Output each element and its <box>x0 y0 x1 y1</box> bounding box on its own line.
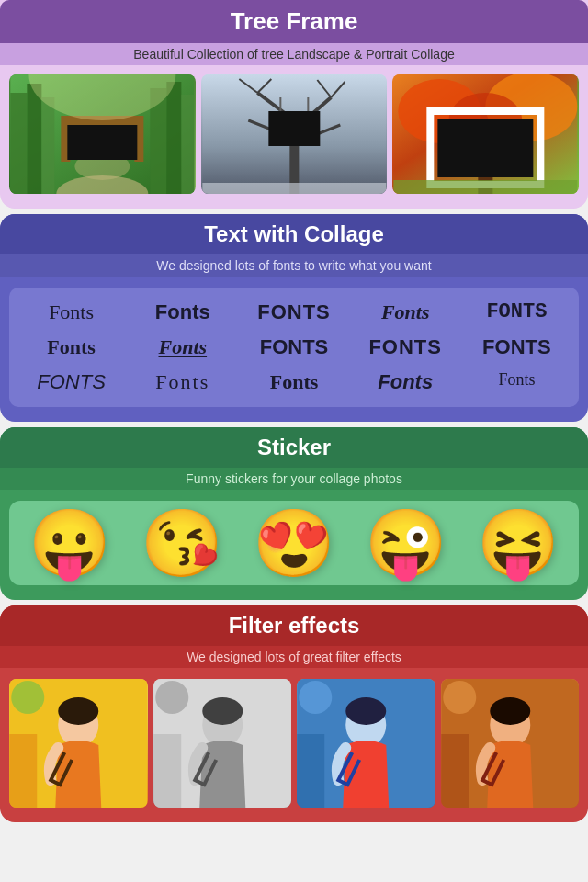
sticker-2[interactable]: 😘 <box>141 510 223 576</box>
svg-rect-26 <box>268 111 320 146</box>
svg-rect-27 <box>202 183 386 194</box>
font-sample-9[interactable]: FONTS <box>353 332 458 363</box>
svg-rect-2 <box>27 84 41 194</box>
sticker-section: Sticker Funny stickers for your collage … <box>0 427 588 600</box>
tree-frame-subtitle: Beautiful Collection of tree Landscape &… <box>0 43 588 65</box>
font-sample-3[interactable]: FONTS <box>241 297 346 328</box>
svg-point-38 <box>11 681 44 714</box>
tree-images-row <box>9 74 579 194</box>
svg-rect-37 <box>9 734 37 808</box>
font-sample-7[interactable]: Fonts <box>130 332 235 363</box>
font-sample-8[interactable]: FONTS <box>241 332 346 363</box>
filter-section: Filter effects We designed lots of great… <box>0 605 588 822</box>
sticker-subtitle: Funny stickers for your collage photos <box>0 468 588 490</box>
font-sample-12[interactable]: Fonts <box>130 367 235 398</box>
svg-point-40 <box>58 697 98 725</box>
svg-rect-34 <box>438 119 534 177</box>
svg-point-43 <box>155 681 188 714</box>
winter-tree-image[interactable] <box>201 74 388 194</box>
fonts-grid: Fonts Fonts FONTS Fonts FONTS Fonts Font… <box>9 288 579 407</box>
svg-point-50 <box>345 697 386 725</box>
tree-frame-section: Tree Frame Beautiful Collection of tree … <box>0 0 588 209</box>
font-sample-1[interactable]: Fonts <box>18 297 124 328</box>
filter-images-row <box>9 679 579 808</box>
svg-rect-1 <box>10 93 27 194</box>
svg-rect-6 <box>181 95 194 194</box>
filter-warm[interactable] <box>441 679 580 808</box>
svg-rect-5 <box>166 82 181 194</box>
font-sample-14[interactable]: Fonts <box>353 367 458 398</box>
svg-rect-52 <box>441 734 469 808</box>
filter-normal[interactable] <box>9 679 148 808</box>
svg-rect-3 <box>41 97 54 194</box>
svg-point-48 <box>299 681 332 714</box>
filter-cool[interactable] <box>297 679 435 808</box>
font-sample-15[interactable]: Fonts <box>464 367 570 398</box>
filter-grayscale[interactable] <box>153 679 292 808</box>
text-collage-subtitle: We designed lots of fonts to write what … <box>0 254 588 277</box>
filter-effects-title: Filter effects <box>0 605 588 646</box>
svg-rect-42 <box>153 734 181 808</box>
font-sample-4[interactable]: Fonts <box>353 297 458 328</box>
font-sample-6[interactable]: Fonts <box>18 332 124 363</box>
sticker-4[interactable]: 😜 <box>365 510 447 576</box>
autumn-frame-image[interactable] <box>392 74 579 194</box>
svg-point-55 <box>490 697 530 725</box>
svg-point-45 <box>202 697 243 725</box>
text-collage-section: Text with Collage We designed lots of fo… <box>0 214 588 422</box>
svg-rect-12 <box>67 125 137 160</box>
text-collage-title: Text with Collage <box>0 214 588 254</box>
font-sample-11[interactable]: FONTS <box>18 367 124 398</box>
svg-point-53 <box>443 681 476 714</box>
svg-rect-47 <box>297 734 324 808</box>
sticker-1[interactable]: 😛 <box>28 510 111 576</box>
sticker-5[interactable]: 😝 <box>477 510 560 576</box>
svg-rect-35 <box>394 180 578 194</box>
forest-frame-image[interactable] <box>9 74 196 194</box>
filter-effects-subtitle: We designed lots of great filter effects <box>0 646 588 668</box>
tree-frame-title: Tree Frame <box>0 0 588 43</box>
font-sample-10[interactable]: FONTS <box>464 332 570 363</box>
font-sample-5[interactable]: FONTS <box>464 297 570 328</box>
font-sample-13[interactable]: Fonts <box>241 367 346 398</box>
sticker-title: Sticker <box>0 427 588 468</box>
stickers-row: 😛 😘 😍 😜 😝 <box>9 501 579 585</box>
font-sample-2[interactable]: Fonts <box>130 297 235 328</box>
sticker-3[interactable]: 😍 <box>253 510 335 576</box>
